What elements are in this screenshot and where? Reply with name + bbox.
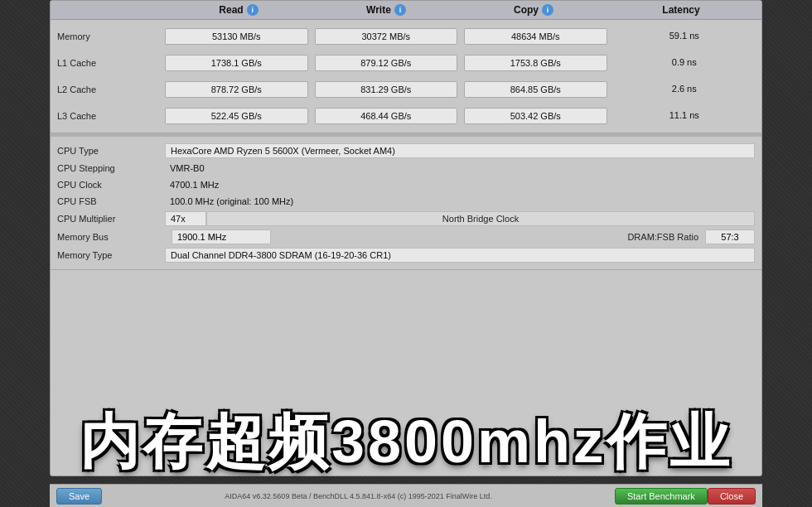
north-bridge-label: North Bridge Clock — [206, 211, 755, 226]
dram-fsb-label: DRAM:FSB Ratio — [278, 232, 698, 242]
l2-write: 831.29 GB/s — [315, 81, 458, 98]
dram-fsb-value: 57:3 — [705, 229, 755, 244]
footer-bar: Save AIDA64 v6.32.5609 Beta / BenchDLL 4… — [50, 484, 762, 507]
l2-copy: 864.85 GB/s — [464, 81, 607, 98]
l2-label: L2 Cache — [57, 84, 165, 94]
cpu-type-row: CPU Type HexaCore AMD Ryzen 5 5600X (Ver… — [57, 142, 755, 160]
memory-latency: 59.1 ns — [614, 28, 756, 45]
l2-values: 878.72 GB/s 831.29 GB/s 864.85 GB/s 2.6 … — [165, 81, 755, 98]
benchmark-section: Memory 53130 MB/s 30372 MB/s 48634 MB/s … — [51, 20, 761, 133]
memory-type-label: Memory Type — [57, 250, 165, 260]
write-info-icon[interactable]: i — [394, 4, 406, 16]
l2-latency: 2.6 ns — [614, 81, 756, 98]
memory-bus-row: Memory Bus 1900.1 MHz DRAM:FSB Ratio 57:… — [57, 228, 755, 246]
l3-copy: 503.42 GB/s — [464, 108, 607, 124]
col-write: Write i — [312, 4, 460, 16]
cpu-type-label: CPU Type — [57, 146, 165, 156]
table-row: Memory 53130 MB/s 30372 MB/s 48634 MB/s … — [57, 23, 755, 50]
version-text: AIDA64 v6.32.5609 Beta / BenchDLL 4.5.84… — [102, 492, 615, 500]
l3-read: 522.45 GB/s — [165, 108, 308, 124]
memory-label: Memory — [57, 31, 165, 41]
cpu-clock-value: 4700.1 MHz — [165, 178, 755, 191]
l1-latency: 0.9 ns — [614, 55, 756, 71]
table-row: L3 Cache 522.45 GB/s 468.44 GB/s 503.42 … — [57, 103, 755, 129]
memory-read: 53130 MB/s — [165, 28, 308, 45]
close-button[interactable]: Close — [708, 488, 756, 505]
cpu-fsb-value: 100.0 MHz (original: 100 MHz) — [165, 195, 755, 208]
col-read: Read i — [165, 4, 312, 16]
memory-copy: 48634 MB/s — [464, 28, 607, 45]
memory-write: 30372 MB/s — [315, 28, 458, 45]
app-window: Read i Write i Copy i Latency Memory 531… — [50, 0, 762, 476]
cpu-clock-label: CPU Clock — [57, 180, 165, 190]
cpu-fsb-label: CPU FSB — [57, 196, 165, 206]
cpu-fsb-row: CPU FSB 100.0 MHz (original: 100 MHz) — [57, 193, 755, 210]
column-headers: Read i Write i Copy i Latency — [51, 1, 761, 20]
read-info-icon[interactable]: i — [247, 4, 259, 16]
col-empty — [57, 4, 165, 16]
cpu-stepping-value: VMR-B0 — [165, 162, 755, 175]
cpu-multiplier-value: 47x — [165, 211, 206, 226]
l3-latency: 11.1 ns — [614, 108, 756, 124]
cpu-type-value: HexaCore AMD Ryzen 5 5600X (Vermeer, Soc… — [165, 143, 755, 158]
start-benchmark-button[interactable]: Start Benchmark — [615, 488, 708, 505]
l1-label: L1 Cache — [57, 58, 165, 68]
memory-bus-label: Memory Bus — [57, 232, 165, 242]
copy-info-icon[interactable]: i — [542, 4, 553, 16]
cpu-multiplier-row: CPU Multiplier 47x North Bridge Clock — [57, 210, 755, 228]
table-row: L2 Cache 878.72 GB/s 831.29 GB/s 864.85 … — [57, 76, 755, 103]
table-row: L1 Cache 1738.1 GB/s 879.12 GB/s 1753.8 … — [57, 50, 755, 76]
l1-copy: 1753.8 GB/s — [464, 55, 607, 71]
col-copy: Copy i — [460, 4, 607, 16]
memory-type-value: Dual Channel DDR4-3800 SDRAM (16-19-20-3… — [165, 248, 755, 263]
cpu-stepping-label: CPU Stepping — [57, 163, 165, 173]
l3-label: L3 Cache — [57, 111, 165, 121]
l1-read: 1738.1 GB/s — [165, 55, 308, 71]
memory-values: 53130 MB/s 30372 MB/s 48634 MB/s 59.1 ns — [165, 28, 755, 45]
memory-type-row: Memory Type Dual Channel DDR4-3800 SDRAM… — [57, 246, 755, 264]
save-button[interactable]: Save — [56, 488, 102, 505]
cpu-stepping-row: CPU Stepping VMR-B0 — [57, 160, 755, 176]
l3-values: 522.45 GB/s 468.44 GB/s 503.42 GB/s 11.1… — [165, 108, 755, 124]
memory-bus-value: 1900.1 MHz — [172, 229, 271, 244]
l1-write: 879.12 GB/s — [315, 55, 458, 71]
l2-read: 878.72 GB/s — [165, 81, 308, 98]
l3-write: 468.44 GB/s — [315, 108, 458, 124]
col-latency: Latency — [607, 4, 755, 16]
cpu-clock-row: CPU Clock 4700.1 MHz — [57, 176, 755, 193]
cpu-multiplier-label: CPU Multiplier — [57, 214, 165, 224]
cpu-info-section: CPU Type HexaCore AMD Ryzen 5 5600X (Ver… — [51, 137, 761, 270]
l1-values: 1738.1 GB/s 879.12 GB/s 1753.8 GB/s 0.9 … — [165, 55, 755, 71]
